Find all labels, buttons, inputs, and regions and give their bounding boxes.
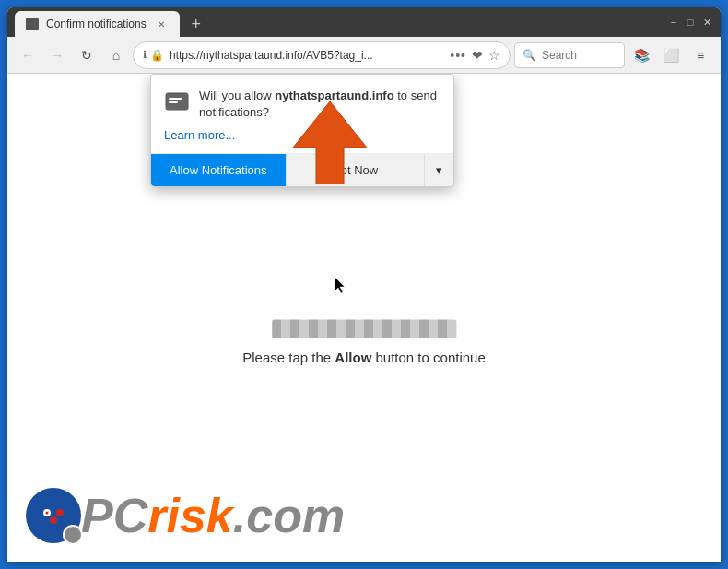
title-bar: Confirm notifications ✕ + − □ ✕ (7, 7, 721, 37)
refresh-button[interactable]: ↻ (74, 42, 100, 68)
sync-button[interactable]: ⬜ (658, 42, 684, 68)
browser-tab[interactable]: Confirm notifications ✕ (15, 11, 180, 37)
notification-message-before: Will you allow (199, 89, 275, 102)
bookmark-icon[interactable]: ☆ (488, 48, 500, 63)
close-button[interactable]: ✕ (700, 16, 713, 29)
pc-text: PC (81, 489, 147, 542)
tab-favicon-icon (26, 18, 39, 30)
risk-text: risk (147, 489, 233, 542)
search-box[interactable]: 🔍 (514, 42, 625, 68)
browser-content: Will you allow nythatspartaund.info to s… (7, 74, 721, 562)
page-message-after: button to continue (371, 349, 485, 364)
notification-site-name: nythatspartaund.info (275, 89, 393, 102)
navigation-bar: ← → ↻ ⌂ ℹ 🔒 https://nythatspartaund.info… (7, 37, 721, 74)
menu-button[interactable]: ≡ (687, 42, 713, 68)
address-text: https://nythatspartaund.info/AVB5?tag_i.… (170, 49, 444, 62)
address-more-button[interactable]: ••• (450, 48, 466, 63)
svg-point-9 (46, 512, 49, 515)
address-icons: ℹ 🔒 (143, 49, 164, 62)
svg-point-8 (50, 516, 57, 524)
dotcom-text: .com (233, 489, 345, 542)
svg-point-7 (56, 509, 64, 516)
svg-rect-1 (166, 106, 175, 110)
tab-close-button[interactable]: ✕ (154, 17, 169, 31)
svg-marker-4 (293, 101, 367, 184)
pcrisk-text: PCrisk.com (81, 492, 345, 539)
pocket-icon[interactable]: ❤ (472, 48, 483, 63)
nav-right-icons: 📚 ⬜ ≡ (628, 42, 713, 68)
maximize-button[interactable]: □ (684, 16, 697, 29)
info-icon: ℹ (143, 49, 147, 61)
arrow-annotation (293, 101, 367, 188)
allow-notifications-button[interactable]: Allow Notifications (151, 154, 286, 186)
svg-point-5 (36, 498, 71, 533)
tab-title: Confirm notifications (46, 18, 147, 30)
notification-chat-icon (164, 89, 190, 115)
page-message-before: Please tap the (242, 349, 335, 364)
svg-rect-2 (169, 98, 182, 100)
page-message: Please tap the Allow button to continue (242, 349, 486, 364)
forward-button[interactable]: → (44, 42, 70, 68)
lock-icon: 🔒 (150, 49, 164, 62)
address-right-icons: ❤ ☆ (472, 48, 500, 63)
home-button[interactable]: ⌂ (103, 42, 129, 68)
back-button[interactable]: ← (15, 42, 41, 68)
pcrisk-logo-icon (26, 488, 81, 543)
new-tab-button[interactable]: + (183, 11, 209, 37)
not-now-dropdown-button[interactable]: ▾ (424, 154, 453, 186)
tab-area: Confirm notifications ✕ + (15, 7, 660, 37)
search-input[interactable] (542, 49, 616, 62)
page-allow-word: Allow (335, 349, 371, 364)
pcrisk-logo: PCrisk.com (26, 488, 345, 543)
search-icon: 🔍 (523, 49, 536, 62)
address-bar[interactable]: ℹ 🔒 https://nythatspartaund.info/AVB5?ta… (133, 41, 511, 69)
page-center-content: Please tap the Allow button to continue (242, 319, 486, 364)
minimize-button[interactable]: − (667, 16, 680, 29)
window-controls: − □ ✕ (667, 16, 713, 29)
progress-bar (272, 319, 456, 338)
pointing-arrow-icon (293, 101, 367, 184)
svg-rect-3 (169, 101, 178, 103)
browser-window: Confirm notifications ✕ + − □ ✕ ← → ↻ ⌂ … (7, 7, 721, 562)
library-button[interactable]: 📚 (628, 42, 654, 68)
